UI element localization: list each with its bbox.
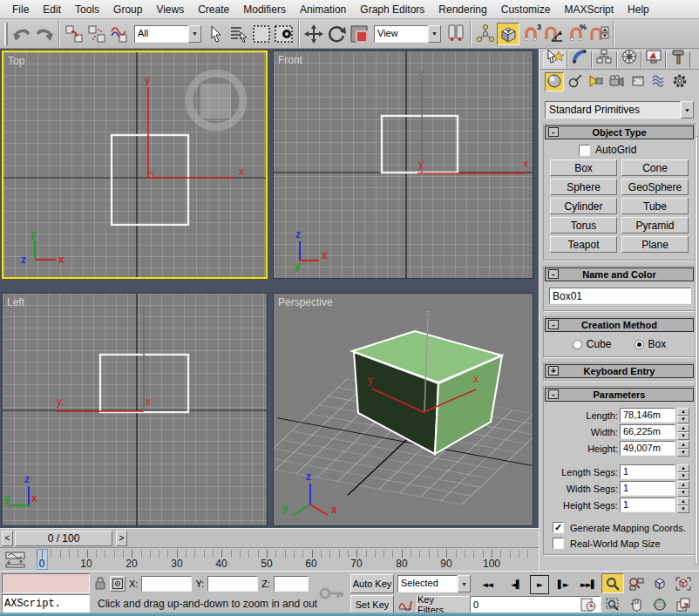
object-name-input[interactable] (549, 288, 691, 304)
length-segs-field[interactable]: 1 (620, 464, 675, 479)
viewport-front[interactable]: Front z y x z x y (273, 51, 533, 279)
undo-button[interactable] (10, 23, 33, 45)
reference-coordinate-dropdown[interactable]: View ▼ (374, 25, 441, 43)
menu-tools[interactable]: Tools (68, 1, 106, 18)
method-cube-option[interactable]: Cube (573, 338, 612, 350)
viewport-top-label[interactable]: Top (8, 55, 24, 67)
length-spinner[interactable]: ▲▼ (677, 408, 689, 423)
menu-graph-editors[interactable]: Graph Editors (353, 1, 431, 18)
next-frame-button[interactable]: ▌► (553, 576, 573, 593)
viewport-left[interactable]: Left z y x z y x (2, 293, 268, 526)
previous-frame-arrow[interactable]: < (2, 531, 13, 546)
tab-motion[interactable] (617, 51, 641, 69)
cone-button[interactable]: Cone (621, 159, 689, 176)
width-segs-spinner[interactable]: ▲▼ (677, 481, 689, 496)
chevron-down-icon[interactable]: ▼ (458, 575, 471, 592)
method-box-option[interactable]: Box (635, 338, 667, 350)
menu-rendering[interactable]: Rendering (431, 1, 493, 18)
zoom-extents-button[interactable] (648, 573, 671, 593)
snaps-toggle-button[interactable]: 3 (519, 23, 542, 45)
menu-help[interactable]: Help (621, 1, 656, 18)
window-crossing-button[interactable] (273, 23, 295, 45)
chevron-down-icon[interactable]: ▼ (428, 25, 441, 43)
menu-customize[interactable]: Customize (494, 1, 558, 18)
region-zoom-button[interactable] (601, 594, 624, 614)
expand-toggle-icon[interactable]: + (548, 366, 559, 376)
chevron-down-icon[interactable]: ▼ (188, 25, 201, 43)
keyboard-override-toggle[interactable] (497, 23, 519, 45)
unlink-button[interactable] (85, 23, 108, 45)
auto-key-button[interactable]: Auto Key (350, 574, 394, 593)
selection-set-dropdown[interactable]: Selected ▼ (397, 575, 471, 592)
redo-button[interactable] (33, 23, 56, 45)
length-segs-spinner[interactable]: ▲▼ (677, 464, 689, 479)
timeline-ruler[interactable]: 0 10 20 30 40 50 60 70 80 90 100 (30, 548, 530, 572)
new-key-mode-button[interactable] (397, 596, 413, 613)
tab-create[interactable] (543, 51, 567, 69)
menu-edit[interactable]: Edit (36, 1, 68, 18)
menu-views[interactable]: Views (149, 1, 191, 18)
sphere-button[interactable]: Sphere (550, 179, 617, 195)
zoom-button[interactable] (601, 573, 624, 593)
x-coordinate-field[interactable] (141, 576, 192, 592)
geosphere-button[interactable]: GeoSphere (621, 179, 689, 195)
chevron-down-icon[interactable]: ▼ (681, 101, 694, 118)
autogrid-checkbox[interactable] (579, 145, 590, 156)
width-segs-field[interactable]: 1 (620, 481, 675, 496)
selection-lock-toggle[interactable] (94, 576, 106, 592)
name-color-header[interactable]: - Name and Color (545, 267, 694, 281)
plane-button[interactable]: Plane (621, 236, 689, 253)
parameters-header[interactable]: - Parameters (545, 388, 694, 402)
time-configuration-button[interactable] (579, 596, 598, 613)
collapse-toggle-icon[interactable]: - (548, 127, 559, 137)
object-type-header[interactable]: - Object Type (545, 125, 694, 139)
collapse-toggle-icon[interactable]: - (548, 320, 559, 329)
menu-group[interactable]: Group (106, 1, 149, 18)
box-button[interactable]: Box (550, 159, 617, 176)
arc-rotate-button[interactable] (648, 594, 671, 614)
generate-mapping-checkbox[interactable]: ✓ (553, 522, 564, 533)
track-bar[interactable]: 0 10 20 30 40 50 60 70 80 90 100 (0, 547, 539, 571)
category-cameras[interactable] (607, 72, 627, 91)
next-frame-arrow[interactable]: > (116, 531, 127, 546)
category-geometry[interactable] (545, 72, 564, 91)
viewport-left-label[interactable]: Left (7, 296, 24, 308)
collapse-toggle-icon[interactable]: - (548, 389, 559, 399)
tab-hierarchy[interactable] (592, 51, 616, 69)
pan-button[interactable] (625, 594, 648, 614)
zoom-extents-all-button[interactable] (672, 573, 695, 593)
height-field[interactable]: 49,007m (620, 441, 675, 456)
height-segs-spinner[interactable]: ▲▼ (677, 498, 689, 512)
tab-utilities[interactable] (666, 51, 690, 69)
listener-line[interactable]: AXScript. (2, 594, 90, 613)
teapot-button[interactable]: Teapot (550, 236, 617, 253)
viewport-top[interactable]: Top y x y x z (2, 51, 268, 279)
key-filters-button[interactable]: Key Filters... (417, 596, 471, 613)
set-key-button[interactable]: Set Key (350, 595, 394, 614)
select-and-move-button[interactable] (302, 23, 325, 45)
viewport-perspective-label[interactable]: Perspective (278, 296, 333, 308)
select-object-button[interactable] (205, 23, 227, 45)
menu-file[interactable]: File (5, 1, 36, 18)
tab-display[interactable] (641, 51, 666, 69)
torus-button[interactable]: Torus (550, 217, 617, 234)
selection-filter-dropdown[interactable]: All ▼ (134, 25, 201, 43)
category-systems[interactable] (670, 72, 689, 91)
tab-modify[interactable] (567, 51, 592, 69)
select-and-rotate-button[interactable] (325, 23, 348, 45)
time-slider[interactable]: 0 / 100 (15, 531, 112, 546)
select-and-scale-button[interactable] (348, 23, 370, 45)
use-pivot-point-button[interactable] (445, 23, 467, 45)
rectangular-selection-button[interactable] (250, 23, 273, 45)
previous-frame-button[interactable]: ◄▌ (506, 576, 526, 593)
percent-snap-button[interactable]: % (565, 23, 587, 45)
menu-create[interactable]: Create (191, 1, 236, 18)
width-spinner[interactable]: ▲▼ (677, 424, 689, 439)
category-lights[interactable] (587, 72, 606, 91)
height-spinner[interactable]: ▲▼ (677, 441, 689, 456)
pyramid-button[interactable]: Pyramid (621, 217, 689, 234)
go-to-start-button[interactable]: ◄◄ (476, 576, 499, 593)
panel-scrollbar[interactable] (695, 136, 698, 565)
menu-animation[interactable]: Animation (293, 1, 353, 18)
category-spacewarps[interactable] (649, 72, 668, 91)
